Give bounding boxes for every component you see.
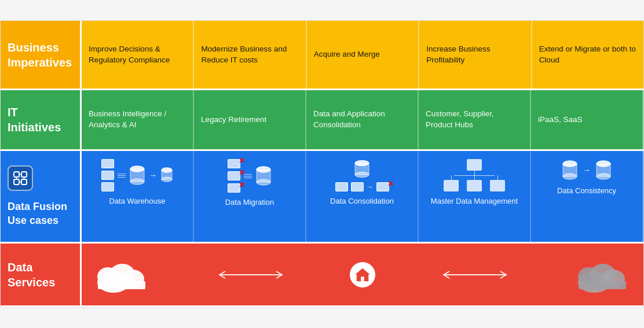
imperatives-item-4: Increase Business Profitability — [419, 21, 532, 89]
svg-point-18 — [257, 179, 270, 185]
data-services-row: Data Services — [1, 244, 643, 307]
dw-cylinder — [129, 164, 145, 186]
migration-x-1: ✕ — [239, 156, 245, 165]
consistency-left-db — [562, 159, 578, 181]
public-cloud-group — [93, 255, 151, 295]
data-warehouse-label: Data Warehouse — [109, 196, 165, 207]
fusion-item-consolidation: → ✕ Data Consolidation — [306, 151, 419, 242]
it-initiatives-row: IT Initiatives Business Intelligence / A… — [1, 90, 643, 151]
migration-x-3: ✕ — [239, 180, 245, 189]
migration-target-1 — [255, 165, 272, 187]
private-cloud-group — [574, 255, 632, 295]
it-initiatives-label-cell: IT Initiatives — [1, 90, 82, 149]
fusion-item-mdm: Master Data Management — [419, 151, 531, 242]
svg-marker-38 — [356, 268, 369, 281]
svg-point-31 — [597, 161, 610, 167]
business-imperatives-title: Business Imperatives — [8, 40, 73, 70]
initiatives-item-1: Business Intelligence / Analytics & AI — [82, 90, 194, 149]
initiatives-item-4: Customer, Supplier, Product Hubs — [419, 90, 531, 149]
svg-point-23 — [355, 161, 369, 166]
svg-rect-3 — [21, 179, 27, 185]
gray-cloud-icon — [574, 255, 632, 295]
main-container: Business Imperatives Improve Decisions &… — [0, 20, 644, 308]
svg-point-26 — [563, 174, 577, 179]
imperatives-item-3: Acquire and Merge — [307, 21, 419, 89]
fusion-item-consistency: → Data Consistency — [531, 151, 643, 242]
services-arrow-right — [375, 269, 574, 281]
mdm-child-1 — [444, 180, 459, 191]
initiatives-item-2: Legacy Retirement — [194, 90, 306, 149]
business-imperatives-label-cell: Business Imperatives — [1, 21, 82, 89]
dw-source-2 — [101, 171, 114, 180]
fusion-svg-icon — [13, 171, 28, 186]
bidirectional-arrow-left — [216, 269, 286, 281]
data-services-content — [82, 244, 643, 305]
data-services-title: Data Services — [8, 260, 73, 290]
data-migration-diagram: ✕ ✕ ✕ — [228, 159, 272, 193]
dw-source-1 — [101, 159, 114, 168]
data-consistency-label: Data Consistency — [557, 186, 616, 196]
white-cloud-icon — [93, 255, 151, 295]
mdm-label: Master Data Management — [431, 196, 518, 207]
svg-point-22 — [355, 172, 369, 178]
mdm-diagram — [444, 159, 505, 191]
data-consolidation-diagram: → ✕ — [335, 159, 389, 191]
dw-source-3 — [101, 182, 114, 191]
imperatives-item-1: Improve Decisions & Regulatory Complianc… — [82, 21, 194, 89]
imperatives-item-5: Extend or Migrate or both to Cloud — [532, 21, 643, 89]
business-imperatives-row: Business Imperatives Improve Decisions &… — [1, 21, 643, 90]
svg-rect-36 — [98, 281, 145, 289]
it-initiatives-title: IT Initiatives — [8, 105, 73, 135]
data-consistency-diagram: → — [562, 159, 612, 181]
svg-rect-0 — [14, 172, 19, 177]
svg-point-30 — [597, 174, 610, 179]
consolidation-top-db — [354, 159, 370, 180]
data-warehouse-diagram: → — [101, 159, 173, 191]
mdm-child-2 — [467, 180, 482, 191]
data-fusion-title: Data Fusion Use cases — [8, 200, 73, 227]
services-arrow-left — [151, 269, 350, 281]
data-migration-label: Data Migration — [225, 197, 275, 208]
svg-point-14 — [162, 177, 172, 182]
data-consolidation-label: Data Consolidation — [330, 196, 394, 207]
fusion-item-warehouse: → Data Warehouse — [82, 151, 194, 242]
dw-sources — [101, 159, 114, 191]
data-services-label-cell: Data Services — [1, 244, 82, 305]
svg-point-10 — [130, 179, 144, 185]
consol-src-2 — [351, 182, 364, 191]
initiatives-item-3: Data and Application Consolidation — [306, 90, 419, 149]
consolidation-x: ✕ — [387, 179, 394, 188]
data-fusion-label-cell: Data Fusion Use cases — [1, 151, 82, 242]
initiatives-item-5: iPaaS, SaaS — [531, 90, 643, 149]
imperatives-item-2: Modernize Business and Reduce IT costs — [194, 21, 306, 89]
svg-point-11 — [130, 166, 144, 172]
migration-x-2: ✕ — [239, 168, 245, 177]
house-svg-icon — [354, 267, 371, 283]
dw-small-cylinder — [160, 167, 173, 184]
mdm-child-3 — [490, 180, 505, 191]
svg-rect-2 — [14, 179, 19, 185]
consol-src-1 — [335, 182, 348, 191]
bidirectional-arrow-right — [440, 269, 510, 281]
fusion-item-migration: ✕ ✕ ✕ — [194, 151, 306, 242]
data-fusion-icon — [8, 165, 33, 191]
svg-rect-45 — [579, 281, 626, 289]
svg-point-27 — [563, 161, 577, 167]
svg-rect-1 — [21, 172, 27, 177]
svg-point-15 — [162, 168, 172, 172]
data-fusion-row: Data Fusion Use cases — [1, 151, 643, 244]
svg-point-19 — [257, 167, 270, 172]
consistency-right-db — [595, 159, 612, 181]
on-premise-icon — [350, 262, 375, 288]
mdm-root — [467, 159, 482, 171]
